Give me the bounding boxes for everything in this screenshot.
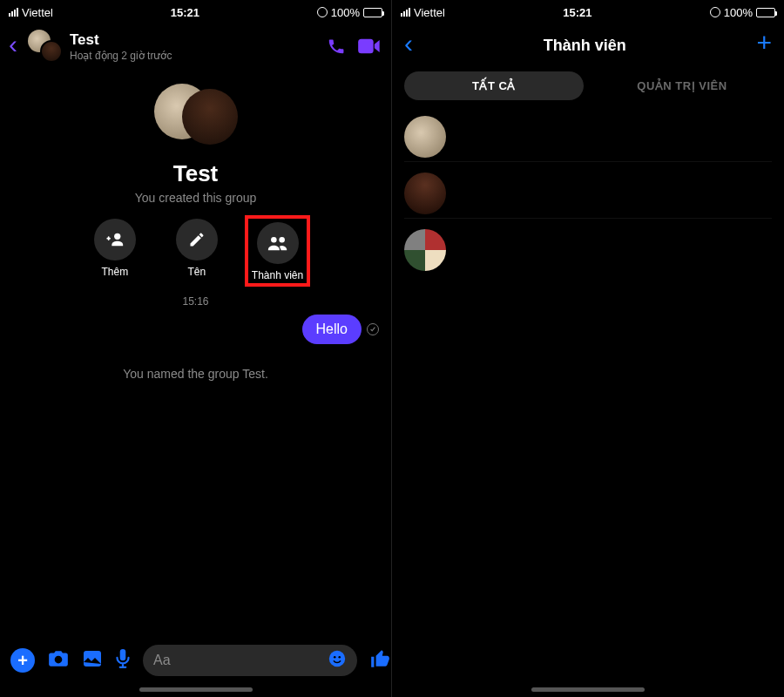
gallery-button[interactable] bbox=[82, 649, 103, 672]
audio-call-button[interactable] bbox=[323, 33, 349, 59]
member-row[interactable] bbox=[404, 169, 772, 219]
video-call-button[interactable] bbox=[356, 33, 382, 59]
delivered-icon bbox=[367, 323, 379, 335]
svg-rect-5 bbox=[120, 649, 126, 660]
svg-rect-0 bbox=[358, 39, 374, 53]
status-time: 15:21 bbox=[563, 6, 591, 19]
message-timestamp: 15:16 bbox=[12, 295, 379, 308]
group-subtitle: You created this group bbox=[135, 191, 257, 205]
carrier-label: Viettel bbox=[22, 6, 53, 19]
svg-point-1 bbox=[114, 233, 120, 240]
back-button[interactable]: ‹ bbox=[9, 31, 21, 61]
clock-icon bbox=[710, 7, 720, 17]
members-screen: Viettel 15:21 100% ‹ Thành viên + TẤT CẢ… bbox=[392, 0, 784, 697]
more-actions-button[interactable]: + bbox=[10, 648, 35, 673]
back-button[interactable]: ‹ bbox=[404, 30, 413, 60]
signal-icon bbox=[9, 8, 18, 17]
avatar bbox=[404, 229, 446, 271]
message-bubble[interactable]: Hello bbox=[302, 315, 362, 344]
chat-body[interactable]: Test You created this group Thêm Tên bbox=[0, 70, 391, 636]
avatar bbox=[404, 173, 446, 214]
members-header: ‹ Thành viên + bbox=[392, 24, 784, 68]
status-bar: Viettel 15:21 100% bbox=[392, 0, 784, 24]
battery-icon bbox=[756, 8, 775, 17]
members-label: Thành viên bbox=[252, 269, 303, 281]
group-name: Test bbox=[173, 160, 219, 187]
message-input[interactable] bbox=[153, 653, 328, 668]
battery-percent: 100% bbox=[724, 6, 753, 19]
tab-all[interactable]: TẤT CẢ bbox=[404, 71, 584, 100]
tab-admins[interactable]: QUẢN TRỊ VIÊN bbox=[592, 71, 772, 100]
status-bar: Viettel 15:21 100% bbox=[0, 0, 391, 24]
message-row: Hello bbox=[12, 315, 379, 344]
group-actions: Thêm Tên Thành viên bbox=[84, 219, 307, 283]
member-row[interactable] bbox=[404, 112, 772, 162]
add-member-button[interactable]: + bbox=[756, 28, 772, 63]
svg-point-8 bbox=[338, 656, 341, 659]
svg-point-2 bbox=[271, 237, 277, 243]
svg-point-3 bbox=[279, 237, 285, 243]
svg-rect-4 bbox=[84, 651, 101, 667]
svg-point-7 bbox=[334, 656, 336, 659]
home-indicator bbox=[139, 687, 253, 692]
avatar bbox=[404, 116, 446, 158]
battery-percent: 100% bbox=[331, 6, 360, 19]
signal-icon bbox=[401, 8, 410, 17]
rename-button[interactable] bbox=[176, 219, 218, 261]
members-button[interactable] bbox=[257, 222, 299, 264]
microphone-button[interactable] bbox=[115, 648, 131, 673]
battery-icon bbox=[363, 8, 382, 17]
member-list[interactable] bbox=[392, 107, 784, 280]
member-row[interactable] bbox=[404, 226, 772, 274]
group-avatar[interactable] bbox=[28, 30, 63, 63]
system-message: You named the group Test. bbox=[123, 367, 268, 381]
chat-subtitle: Hoạt động 2 giờ trước bbox=[70, 50, 316, 62]
member-tabs: TẤT CẢ QUẢN TRỊ VIÊN bbox=[392, 68, 784, 107]
members-title: Thành viên bbox=[413, 37, 756, 55]
chat-title: Test bbox=[70, 31, 316, 49]
clock-icon bbox=[317, 7, 328, 17]
emoji-button[interactable] bbox=[328, 649, 347, 672]
carrier-label: Viettel bbox=[414, 6, 445, 19]
add-label: Thêm bbox=[101, 266, 128, 278]
chat-screen: Viettel 15:21 100% ‹ Test Hoạt động 2 gi… bbox=[0, 0, 392, 697]
message-input-wrapper[interactable] bbox=[143, 645, 357, 676]
rename-label: Tên bbox=[187, 266, 206, 278]
group-avatar-large bbox=[154, 84, 238, 152]
like-button[interactable] bbox=[369, 647, 392, 673]
svg-point-6 bbox=[329, 651, 345, 667]
members-highlight: Thành viên bbox=[245, 215, 310, 287]
status-time: 15:21 bbox=[171, 6, 199, 19]
camera-button[interactable] bbox=[47, 649, 70, 672]
add-member-button[interactable] bbox=[94, 219, 136, 261]
chat-header: ‹ Test Hoạt động 2 giờ trước bbox=[0, 24, 391, 70]
home-indicator bbox=[531, 687, 645, 692]
